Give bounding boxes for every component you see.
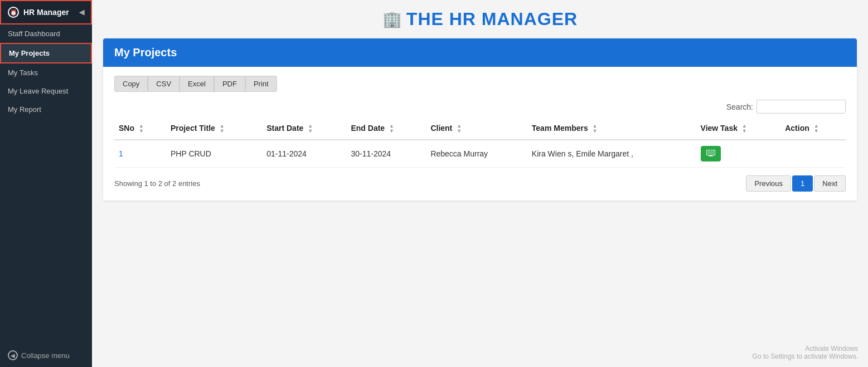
- sidebar-item-my-tasks[interactable]: My Tasks: [0, 63, 92, 82]
- col-view-task: View Task ▲▼: [696, 118, 781, 140]
- sidebar-header: ⏰ HR Manager ◀: [0, 0, 92, 25]
- collapse-arrow-icon: ◀: [8, 350, 18, 360]
- svg-rect-3: [708, 156, 714, 157]
- table-row: 1 PHP CRUD 01-11-2024 30-11-2024 Rebecca…: [114, 140, 846, 168]
- app-title: THE HR MANAGER: [406, 9, 578, 30]
- export-buttons-group: Copy CSV Excel PDF Print: [114, 76, 846, 92]
- sidebar: ⏰ HR Manager ◀ Staff Dashboard My Projec…: [0, 0, 92, 367]
- sort-arrows-team-members: ▲▼: [593, 124, 598, 134]
- monitor-icon: [706, 150, 715, 156]
- cell-start-date: 01-11-2024: [262, 140, 346, 168]
- pagination: Previous 1 Next: [746, 175, 846, 192]
- copy-button[interactable]: Copy: [114, 76, 148, 92]
- next-button[interactable]: Next: [814, 175, 846, 192]
- cell-action: [780, 140, 846, 168]
- sidebar-collapse-arrow-icon: ◀: [79, 8, 84, 16]
- card-title: My Projects: [114, 46, 846, 59]
- sort-arrows-start-date: ▲▼: [308, 124, 313, 134]
- my-projects-card: My Projects Copy CSV Excel PDF Print Sea…: [103, 38, 857, 200]
- app-name: HR Manager: [23, 8, 69, 17]
- col-sno: SNo ▲▼: [114, 118, 166, 140]
- csv-button[interactable]: CSV: [148, 76, 180, 92]
- col-project-title: Project Title ▲▼: [166, 118, 262, 140]
- sidebar-item-my-projects[interactable]: My Projects: [0, 43, 92, 63]
- table-controls: Search:: [114, 100, 846, 114]
- main-content: 🏢 THE HR MANAGER My Projects Copy CSV Ex…: [92, 0, 868, 367]
- print-button[interactable]: Print: [245, 76, 277, 92]
- col-action: Action ▲▼: [780, 118, 846, 140]
- brand-building-icon: 🏢: [382, 10, 402, 28]
- sidebar-nav: Staff Dashboard My Projects My Tasks My …: [0, 25, 92, 119]
- cell-view-task: [696, 140, 781, 168]
- col-end-date: End Date ▲▼: [346, 118, 426, 140]
- page-header: 🏢 THE HR MANAGER: [92, 0, 868, 38]
- card-header: My Projects: [103, 38, 857, 67]
- clock-icon: ⏰: [8, 7, 19, 18]
- svg-rect-2: [709, 155, 712, 156]
- cell-team-members: Kira Wien s, Emile Margaret ,: [527, 140, 696, 168]
- col-start-date: Start Date ▲▼: [262, 118, 346, 140]
- row-link[interactable]: 1: [119, 149, 123, 158]
- cell-project-title: PHP CRUD: [166, 140, 262, 168]
- sidebar-item-my-leave-request[interactable]: My Leave Request: [0, 82, 92, 100]
- projects-table: SNo ▲▼ Project Title ▲▼ Start Date ▲▼: [114, 118, 846, 168]
- excel-button[interactable]: Excel: [180, 76, 214, 92]
- collapse-menu-button[interactable]: ◀ Collapse menu: [0, 344, 92, 367]
- search-label: Search:: [726, 102, 753, 111]
- col-client: Client ▲▼: [426, 118, 527, 140]
- cell-end-date: 30-11-2024: [346, 140, 426, 168]
- cell-sno: 1: [114, 140, 166, 168]
- svg-rect-4: [707, 151, 714, 154]
- sidebar-item-staff-dashboard[interactable]: Staff Dashboard: [0, 25, 92, 43]
- sort-arrows-end-date: ▲▼: [389, 124, 394, 134]
- table-header-row: SNo ▲▼ Project Title ▲▼ Start Date ▲▼: [114, 118, 846, 140]
- col-team-members: Team Members ▲▼: [527, 118, 696, 140]
- showing-entries-text: Showing 1 to 2 of 2 entries: [114, 179, 200, 188]
- sort-arrows-project-title: ▲▼: [220, 124, 225, 134]
- cell-client: Rebecca Murray: [426, 140, 527, 168]
- card-body: Copy CSV Excel PDF Print Search: SNo ▲▼: [103, 67, 857, 200]
- sort-arrows-client: ▲▼: [457, 124, 462, 134]
- sidebar-item-my-report[interactable]: My Report: [0, 100, 92, 119]
- table-footer: Showing 1 to 2 of 2 entries Previous 1 N…: [114, 175, 846, 192]
- sort-arrows-action: ▲▼: [814, 124, 819, 134]
- pdf-button[interactable]: PDF: [214, 76, 245, 92]
- view-task-button[interactable]: [701, 146, 721, 162]
- collapse-menu-label: Collapse menu: [21, 351, 70, 360]
- sort-arrows-sno: ▲▼: [139, 124, 144, 134]
- search-input[interactable]: [757, 100, 846, 114]
- page-1-button[interactable]: 1: [792, 175, 813, 192]
- sort-arrows-view-task: ▲▼: [742, 124, 747, 134]
- previous-button[interactable]: Previous: [746, 175, 791, 192]
